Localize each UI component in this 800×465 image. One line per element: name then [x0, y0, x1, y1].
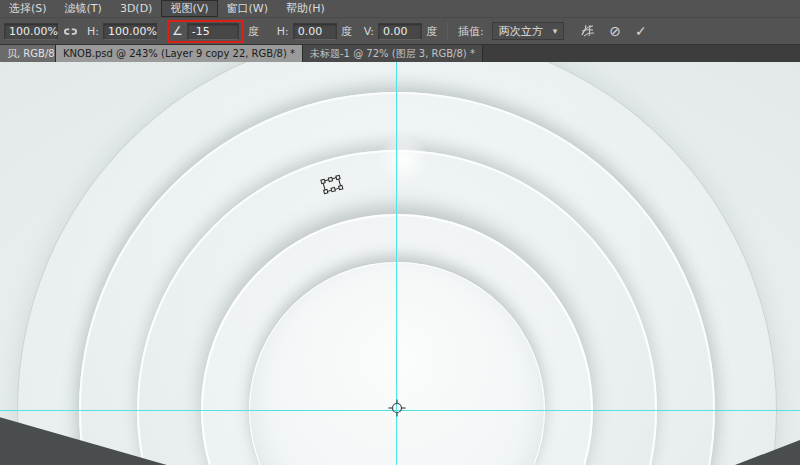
options-separator [447, 22, 448, 40]
v-skew-field[interactable]: 0.00 [378, 23, 422, 40]
menu-bar: 选择(S) 滤镜(T) 3D(D) 视图(V) 窗口(W) 帮助(H) [0, 0, 800, 18]
height-scale-label: H: [87, 25, 99, 38]
cancel-transform-icon[interactable]: ⊘ [609, 24, 621, 38]
interpolation-label: 插值: [458, 24, 484, 39]
maintain-aspect-link-icon[interactable] [63, 26, 78, 37]
rotation-highlight-box: ∠ -15 [167, 20, 244, 43]
height-scale-field[interactable]: 100.00% [103, 23, 157, 40]
interpolation-dropdown[interactable]: 两次立方 ▾ [492, 22, 565, 40]
rotate-angle-icon: ∠ [172, 24, 183, 38]
h-skew-field[interactable]: 0.00 [293, 23, 337, 40]
commit-transform-icon[interactable]: ✓ [635, 24, 647, 38]
v-skew-label: V: [364, 25, 374, 38]
document-tab-bar: 贝, RGB/8) * KNOB.psd @ 243% (Layer 9 cop… [0, 45, 800, 62]
document-tab-knob-active[interactable]: KNOB.psd @ 243% (Layer 9 copy 22, RGB/8)… [56, 45, 303, 62]
menu-3d[interactable]: 3D(D) [111, 1, 162, 16]
menu-select[interactable]: 选择(S) [0, 0, 56, 17]
menu-help[interactable]: 帮助(H) [277, 0, 334, 17]
warp-mode-icon[interactable] [580, 24, 595, 39]
width-scale-field[interactable]: 100.00% [4, 23, 58, 40]
interpolation-value: 两次立方 [499, 24, 543, 39]
transform-action-icons: ⊘ ✓ [580, 24, 646, 39]
canvas-area[interactable] [0, 62, 800, 465]
h-skew-label: H: [277, 25, 289, 38]
document-tab-partial[interactable]: 贝, RGB/8) * [0, 45, 56, 62]
specular-highlight [374, 137, 432, 183]
rotation-angle-field[interactable]: -15 [187, 23, 239, 40]
transform-options-bar: 100.00% H: 100.00% ∠ -15 度 H: 0.00 度 V: … [0, 18, 800, 45]
angle-unit-label: 度 [248, 24, 259, 39]
menu-filter[interactable]: 滤镜(T) [56, 0, 111, 17]
document-tab-untitled[interactable]: 未标题-1 @ 72% (图层 3, RGB/8) * [303, 45, 483, 62]
menu-window[interactable]: 窗口(W) [218, 0, 277, 17]
photoshop-window: 选择(S) 滤镜(T) 3D(D) 视图(V) 窗口(W) 帮助(H) 100.… [0, 0, 800, 465]
transform-reference-point[interactable] [388, 399, 406, 421]
chevron-down-icon: ▾ [553, 26, 558, 36]
v-skew-unit-label: 度 [426, 24, 437, 39]
transform-cursor-icon [318, 172, 346, 202]
h-skew-unit-label: 度 [341, 24, 352, 39]
menu-view[interactable]: 视图(V) [161, 0, 217, 17]
